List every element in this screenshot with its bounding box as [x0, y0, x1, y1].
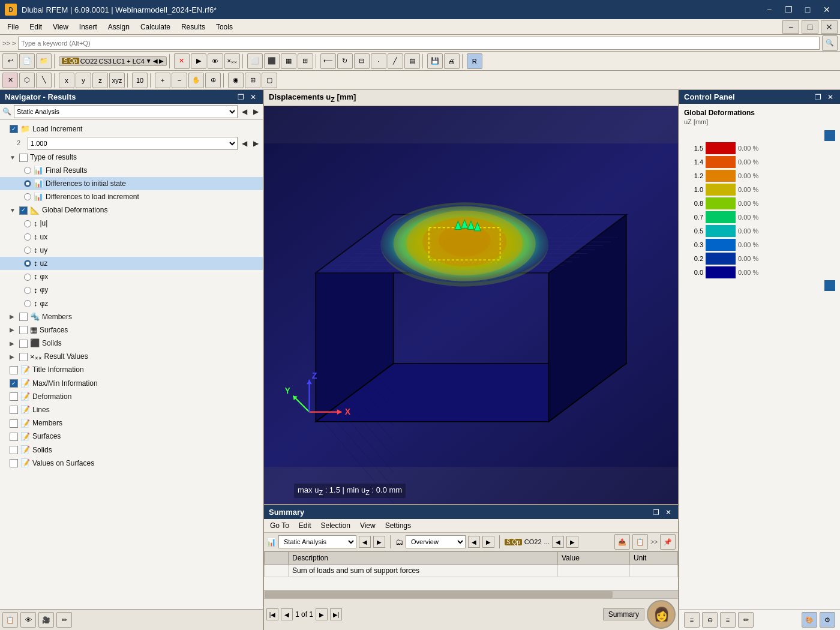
filter-prev-btn[interactable]: ◀ — [240, 107, 249, 116]
tb-grid[interactable]: ⊟ — [354, 53, 370, 69]
tree-surfaces[interactable]: ▶ ▦ Surfaces — [0, 323, 263, 337]
summary-close-btn[interactable]: ✕ — [664, 508, 673, 517]
search-button[interactable]: 🔍 — [822, 35, 838, 51]
tree-members2[interactable]: 📝 Members — [0, 417, 263, 430]
tree-load-increment[interactable]: ✓ 📁 Load Increment — [0, 122, 263, 136]
minimize-button[interactable]: − — [761, 3, 778, 16]
menu-file[interactable]: File — [2, 22, 23, 32]
diff-initial-radio[interactable] — [24, 180, 31, 187]
ux-radio[interactable] — [24, 233, 31, 241]
tb-member[interactable]: ╲ — [36, 73, 52, 88]
tb-node[interactable]: ⬡ — [19, 73, 35, 88]
members-check[interactable] — [19, 313, 28, 321]
tb-z[interactable]: z — [92, 73, 108, 88]
maximize-button[interactable]: □ — [799, 3, 816, 16]
tree-ux[interactable]: ↕ ux — [0, 230, 263, 244]
tree-maxmin-info[interactable]: ✓ 📝 Max/Min Information — [0, 377, 263, 390]
sum-analysis-next[interactable]: ▶ — [373, 536, 385, 548]
tb-zoom-out[interactable]: − — [172, 73, 187, 88]
page-last-btn[interactable]: ▶| — [330, 608, 342, 620]
summary-hscroll-thumb[interactable] — [265, 591, 613, 598]
tree-global-def[interactable]: ▼ ✓ 📐 Global Deformations — [0, 204, 263, 217]
sum-pin-btn[interactable]: 📌 — [660, 534, 676, 550]
tb-zoom-in[interactable]: + — [155, 73, 170, 88]
summary-menu-goto[interactable]: Go To — [266, 520, 293, 531]
tree-final-results[interactable]: 📊 Final Results — [0, 164, 263, 177]
final-results-radio[interactable] — [24, 167, 31, 174]
tb-save[interactable]: 💾 — [427, 53, 443, 69]
tb-xxx[interactable]: ×ₓₓ — [224, 53, 240, 69]
tree-deformation[interactable]: 📝 Deformation — [0, 390, 263, 403]
viewport-canvas[interactable]: X Y Z max uZ : 1.5 | min uZ : 0.0 mm — [264, 106, 678, 504]
tb-visible[interactable]: ◉ — [228, 73, 244, 88]
load-increment-check[interactable]: ✓ — [10, 125, 18, 133]
tree-surfaces2[interactable]: 📝 Surfaces — [0, 430, 263, 443]
members2-check[interactable] — [10, 419, 18, 428]
tb-open[interactable]: 📁 — [36, 53, 52, 69]
cp-btn4[interactable]: ✏ — [738, 612, 754, 628]
tb-rotate[interactable]: ↻ — [337, 53, 353, 69]
nav-restore-btn[interactable]: ❐ — [236, 93, 246, 101]
tb-10[interactable]: 10 — [132, 73, 148, 88]
solids2-check[interactable] — [10, 446, 18, 454]
diff-increment-radio[interactable] — [24, 193, 31, 200]
tb-new[interactable]: 📄 — [19, 53, 35, 69]
tree-solids2[interactable]: 📝 Solids — [0, 443, 263, 457]
load-val-next[interactable]: ▶ — [251, 139, 260, 148]
deformation-check[interactable] — [10, 392, 18, 401]
sum-overview-select[interactable]: Overview — [406, 535, 466, 548]
sum-analysis-prev[interactable]: ◀ — [359, 536, 371, 548]
menu-view[interactable]: View — [48, 22, 73, 32]
sum-overview-next[interactable]: ▶ — [482, 536, 494, 548]
cp-settings-btn[interactable]: ⚙ — [820, 612, 835, 628]
filter-select[interactable]: Static Analysis — [14, 105, 238, 118]
nav-close-btn[interactable]: ✕ — [248, 93, 258, 101]
surfaces2-check[interactable] — [10, 433, 18, 441]
summary-tag[interactable]: Summary — [603, 608, 644, 620]
nav-bottom-btn4[interactable]: ✏ — [56, 612, 72, 628]
tb-filter[interactable]: ▦ — [281, 53, 296, 69]
global-def-check[interactable]: ✓ — [19, 206, 28, 215]
load-value-select[interactable]: 1.000 — [28, 137, 238, 150]
tb-display[interactable]: ▢ — [262, 73, 277, 88]
lc-dropdown-btn[interactable]: ▼ — [146, 58, 152, 64]
lines-check[interactable] — [10, 406, 18, 414]
page-first-btn[interactable]: |◀ — [266, 608, 278, 620]
cp-btn1[interactable]: ≡ — [684, 612, 700, 628]
filter-next-btn[interactable]: ▶ — [251, 107, 260, 116]
tb-run[interactable]: ▶ — [191, 53, 206, 69]
sum-export-btn[interactable]: 📤 — [614, 534, 630, 550]
title-info-check[interactable] — [10, 366, 18, 374]
nav-bottom-btn2[interactable]: 👁 — [20, 612, 36, 628]
summary-restore-btn[interactable]: ❐ — [651, 508, 661, 517]
panel-restore-button[interactable]: □ — [802, 20, 818, 34]
nav-bottom-btn1[interactable]: 📋 — [2, 612, 18, 628]
sum-copy-btn[interactable]: 📋 — [632, 534, 648, 550]
sum-overview-prev[interactable]: ◀ — [468, 536, 480, 548]
summary-menu-edit[interactable]: Edit — [295, 520, 315, 531]
tree-uy[interactable]: ↕ uy — [0, 244, 263, 257]
tree-phix[interactable]: ↕ φx — [0, 270, 263, 283]
menu-calculate[interactable]: Calculate — [136, 22, 175, 32]
tree-type-of-results[interactable]: ▼ Type of results — [0, 151, 263, 164]
phiy-radio[interactable] — [24, 287, 31, 294]
sum-analysis-select[interactable]: Static Analysis — [278, 535, 356, 548]
lc-selector[interactable]: S Qp CO22 CS3 LC1 + LC4 ▼ ◀ ▶ — [59, 56, 167, 66]
tb-eye[interactable]: 👁 — [208, 53, 223, 69]
tree-result-values[interactable]: ▶ ×ₓₓ Result Values — [0, 350, 263, 364]
tb-stop[interactable]: ✕ — [2, 73, 18, 88]
tree-lines[interactable]: 📝 Lines — [0, 403, 263, 416]
tb-surfaces[interactable]: ▤ — [404, 53, 420, 69]
tb-print[interactable]: 🖨 — [444, 53, 460, 69]
tb-fit[interactable]: ⊕ — [205, 73, 221, 88]
sum-lc-prev[interactable]: ◀ — [552, 536, 564, 548]
menu-insert[interactable]: Insert — [74, 22, 102, 32]
u-abs-radio[interactable] — [24, 220, 31, 227]
lc-next-btn[interactable]: ▶ — [159, 58, 164, 64]
menu-edit[interactable]: Edit — [25, 22, 47, 32]
type-check[interactable] — [19, 154, 28, 162]
page-next-btn[interactable]: ▶ — [316, 608, 328, 620]
tb-x[interactable]: x — [59, 73, 74, 88]
tree-solids[interactable]: ▶ ⬛ Solids — [0, 337, 263, 350]
tb-mesh[interactable]: ⊞ — [245, 73, 260, 88]
